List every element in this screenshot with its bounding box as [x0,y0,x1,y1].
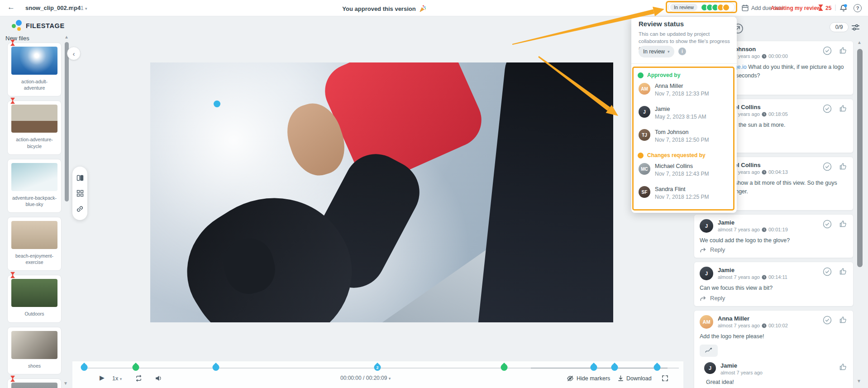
clock-icon [762,170,767,175]
calendar-icon[interactable] [741,4,749,12]
volume-icon[interactable] [155,374,162,382]
review-status-badge[interactable]: In review [668,2,735,12]
timeline-marker[interactable] [652,363,662,372]
avatar: AM [639,83,650,95]
sidebar-scrollbar[interactable] [65,42,69,201]
resolve-check-icon[interactable] [822,315,832,325]
version-dropdown[interactable]: v1 ▾ [78,5,87,11]
timeline-marker[interactable] [131,363,140,372]
resolve-check-icon[interactable] [822,219,832,229]
avatar: J [639,106,650,118]
clock-icon [762,54,767,59]
time-display[interactable]: 00:00:00 / 00:20:09 ▾ [340,375,391,381]
scroll-up-arrow[interactable]: ▲ [857,40,862,45]
reply-button[interactable]: Reply [700,246,725,253]
loop-icon[interactable] [135,374,143,382]
file-thumbnail [11,163,57,191]
hide-markers-eye-icon[interactable] [567,375,574,382]
approval-message: You approved this version [342,5,427,13]
timeline-marker[interactable] [499,363,509,372]
avatar: J [700,267,713,280]
comment-text: Add the logo here please! [700,332,848,341]
timeline-marker[interactable] [211,363,220,372]
help-icon[interactable]: ? [854,4,862,12]
comment-timestamp[interactable]: 00:18:05 [768,111,788,117]
copy-link-icon[interactable] [76,205,84,213]
resolve-check-icon[interactable] [822,104,832,114]
popover-title: Review status [639,20,684,28]
grid-view-icon[interactable] [76,190,84,197]
approved-by-label: Approved by [638,72,730,78]
file-card[interactable]: Outdoors [7,275,62,322]
reply-arrow-icon [700,295,706,302]
comment-timestamp[interactable]: 00:10:02 [768,323,788,328]
comment-card[interactable]: J Jamie almost 7 years ago 00:01:19 We c… [694,214,854,258]
filter-sliders-icon[interactable] [851,23,860,32]
reply-button[interactable]: Reply [700,295,725,302]
comment-card[interactable]: J Jamie almost 7 years ago 00:14:11 Can … [694,262,854,307]
video-canvas[interactable] [150,62,613,322]
playback-speed-dropdown[interactable]: 1x ▾ [112,375,122,382]
play-button[interactable]: ▶ [100,374,105,381]
divider [631,63,737,64]
resolve-check-icon[interactable] [822,162,832,172]
scroll-up-arrow[interactable]: ▲ [64,34,69,39]
file-name: action-adventure-bicycle [11,136,57,149]
scroll-down-arrow[interactable]: ▼ [857,378,861,383]
status-dropdown[interactable]: In review▾ [639,46,674,57]
back-icon[interactable]: ← [7,3,15,12]
resolve-check-icon[interactable] [822,46,832,56]
file-card[interactable] [7,378,62,388]
reply-age: almost 7 years ago [720,370,763,375]
file-card[interactable]: action-adult-adventure [7,43,62,96]
comment-age: almost 7 years ago [718,227,760,232]
comment-marker-dot[interactable] [214,101,220,107]
awaiting-review-button[interactable]: Awaiting my review [771,5,821,11]
like-icon[interactable] [839,267,848,276]
reviewer-date: Nov 7, 2018 12:50 PM [655,137,709,143]
info-icon[interactable]: i [678,48,686,55]
comments-scrollbar[interactable] [857,49,863,267]
comment-card[interactable]: AM Anna Miller almost 7 years ago 00:10:… [694,310,854,388]
file-thumbnail [11,331,57,359]
compare-versions-icon[interactable] [76,174,84,182]
comment-timestamp[interactable]: 00:04:13 [768,169,788,175]
reviewer-date: Nov 7, 2018 12:25 PM [655,194,709,200]
timeline-marker-group[interactable]: 2 [372,363,382,372]
file-card[interactable]: adventure-backpack-blue-sky [7,159,62,213]
collapse-sidebar-button[interactable]: ‹ [67,47,81,60]
like-icon[interactable] [839,162,848,171]
status-label: In review [670,4,697,11]
like-icon[interactable] [839,315,848,324]
like-icon[interactable] [839,219,848,228]
hide-markers-button[interactable]: Hide markers [577,375,610,382]
comment-reply[interactable]: J Jamie almost 7 years ago Great idea! [704,362,848,385]
comment-timestamp[interactable]: 00:00:00 [768,53,788,59]
like-icon[interactable] [839,104,848,113]
like-icon[interactable] [839,46,848,55]
reply-text: Great idea! [706,379,848,385]
notifications-bell-icon[interactable] [839,4,848,13]
scroll-down-arrow[interactable]: ▼ [63,381,68,386]
top-bar: ← snow_clip_002.mp4 | v1 ▾ You approved … [0,0,868,16]
timeline-marker[interactable] [610,363,619,372]
timeline-track-segment[interactable] [531,368,668,369]
reviewer-name: Anna Miller [655,83,709,89]
party-popper-icon [419,5,427,13]
download-button[interactable]: Download [626,375,652,382]
fullscreen-icon[interactable] [662,375,668,382]
file-card[interactable]: action-adventure-bicycle [7,101,62,154]
timeline-marker[interactable] [79,363,89,372]
timeline-marker[interactable] [589,363,598,372]
comment-timestamp[interactable]: 00:01:19 [768,227,788,232]
annotation-chip[interactable] [700,345,718,357]
comment-text: Can we focus this view a bit? [700,284,848,292]
download-icon[interactable] [617,375,624,382]
resolve-check-icon[interactable] [822,267,832,277]
file-card[interactable]: shoes [7,327,62,374]
status-avatars [701,4,730,11]
file-card[interactable]: beach-enjoyment-exercise [7,217,62,271]
comment-timestamp[interactable]: 00:14:11 [768,274,787,280]
like-icon[interactable] [839,362,848,371]
file-list: action-adult-adventure action-adventure-… [7,43,62,388]
